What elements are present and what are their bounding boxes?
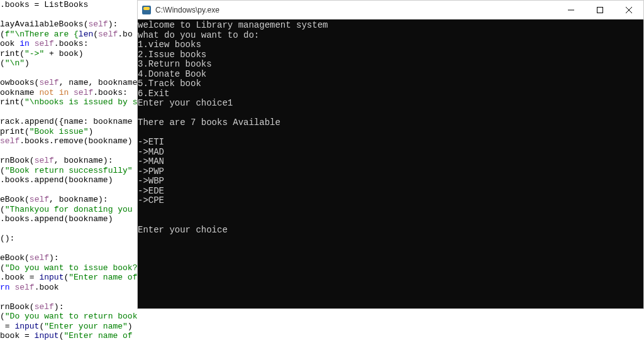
terminal-line: ->CPE	[138, 196, 643, 206]
code-line: ("Do you want to return book?")	[0, 312, 137, 322]
terminal-line: 5.Track book	[138, 79, 643, 89]
terminal-line: ->MAD	[138, 148, 643, 158]
code-line	[0, 68, 137, 79]
code-line: ("Thankyou for donating you	[0, 205, 137, 215]
python-icon	[142, 5, 152, 15]
code-line: .books.append(bookname)	[0, 214, 137, 224]
code-line	[0, 10, 137, 20]
terminal-line	[138, 128, 643, 138]
code-line: book = input("Enter name of the book tha…	[0, 331, 137, 341]
code-line	[0, 185, 137, 195]
code-line	[0, 244, 137, 254]
terminal-line: There are 7 books Available	[138, 118, 643, 128]
window-title: C:\Windows\py.exe	[155, 6, 219, 14]
terminal-line: 3.Return books	[138, 60, 643, 70]
terminal-line: ->ETI	[138, 138, 643, 148]
code-line: layAvailableBooks(self):	[0, 19, 137, 30]
code-line	[0, 292, 137, 302]
close-button[interactable]	[614, 1, 643, 19]
terminal-line	[138, 109, 643, 119]
minimize-button[interactable]	[557, 1, 586, 19]
terminal-line: welcome to Library management system	[138, 21, 643, 31]
code-line: eBook(self):	[0, 253, 137, 263]
code-line: eBook(self, bookname):	[0, 195, 137, 205]
code-line: rint("->" + book)	[0, 49, 137, 59]
code-line: ookname not in self.books:	[0, 88, 137, 98]
code-line: ook in self.books:	[0, 39, 137, 49]
terminal-output[interactable]: welcome to Library management systemwhat…	[138, 19, 643, 308]
code-line	[0, 107, 137, 117]
code-line: self.books.remove(bookname)	[0, 136, 137, 146]
svg-rect-4	[597, 8, 603, 13]
code-line: ():	[0, 234, 137, 244]
window-titlebar[interactable]: C:\Windows\py.exe	[138, 1, 643, 19]
code-line: .books = ListBooks	[0, 0, 137, 10]
code-line: ("Book return successfully"	[0, 166, 137, 176]
terminal-line: 1.view books	[138, 40, 643, 50]
terminal-line: Enter your choice1	[138, 99, 643, 109]
terminal-line: Enter your choice	[138, 226, 643, 236]
terminal-line: 6.Exit	[138, 89, 643, 99]
terminal-line: what do you want to do:	[138, 31, 643, 41]
code-editor-panel[interactable]: .books = ListBooks layAvailableBooks(sel…	[0, 0, 137, 343]
code-line: owbooks(self, name, bookname	[0, 78, 137, 88]
terminal-line: 2.Issue books	[138, 50, 643, 60]
terminal-line: ->WBP	[138, 177, 643, 187]
code-line: .books.append(bookname)	[0, 175, 137, 185]
terminal-line: 4.Donate Book	[138, 70, 643, 80]
code-line: .book = input("Enter name of	[0, 273, 137, 283]
code-line: print("Book issue")	[0, 127, 137, 137]
code-line: = input("Enter your name")	[0, 322, 137, 332]
code-line: (f"\nThere are {len(self.bo	[0, 30, 137, 40]
code-line: rnBook(self, bookname):	[0, 156, 137, 166]
code-line: ("Do you want to issue book?	[0, 263, 137, 273]
terminal-line	[138, 206, 643, 216]
code-line: rack.append({name: bookname	[0, 117, 137, 127]
terminal-line: ->EDE	[138, 187, 643, 197]
svg-rect-1	[143, 7, 150, 10]
terminal-line: ->PWP	[138, 167, 643, 177]
terminal-line: ->MAN	[138, 157, 643, 167]
code-line: ("\n")	[0, 58, 137, 68]
code-line: rn self.book	[0, 283, 137, 293]
code-line	[0, 224, 137, 234]
code-line: rint("\nbooks is issued by s	[0, 97, 137, 107]
code-line: rnBook(self):	[0, 302, 137, 312]
svg-rect-2	[143, 10, 150, 13]
code-line	[0, 146, 137, 156]
terminal-window: C:\Windows\py.exe welcome to Library man…	[137, 0, 644, 309]
maximize-button[interactable]	[586, 1, 614, 19]
terminal-line	[138, 215, 643, 226]
window-controls	[557, 1, 643, 19]
